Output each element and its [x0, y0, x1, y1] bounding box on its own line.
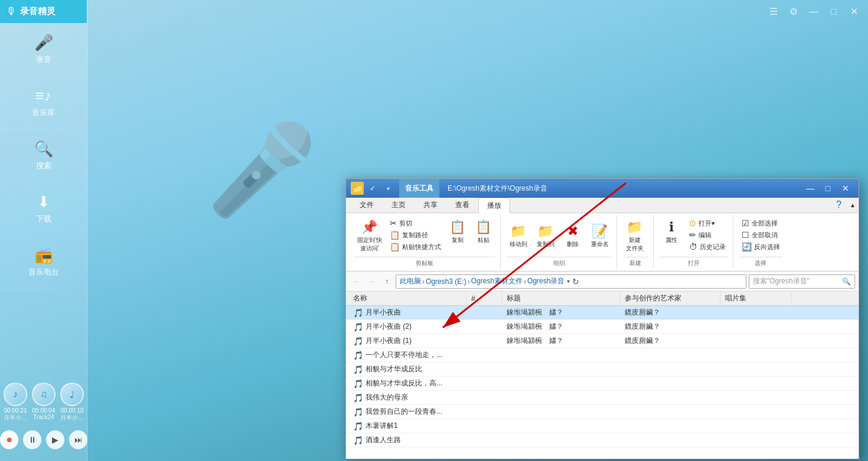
- paste-button[interactable]: 📋 粘贴: [472, 218, 495, 246]
- rename-button[interactable]: 📝 重命名: [588, 222, 612, 250]
- file-row-6[interactable]: 🎵 我伟大的母亲: [346, 391, 859, 405]
- forward-button[interactable]: →: [365, 275, 378, 288]
- ribbon-content: 📌 固定到'快速访问' ✂ 剪切 📋 复制路径 📋 粘贴快捷方式: [346, 213, 859, 272]
- explorer-close-button[interactable]: ✕: [837, 180, 854, 197]
- invert-select-button[interactable]: 🔄 反向选择: [739, 241, 782, 252]
- new-folder-button[interactable]: 📁 新建文件夹: [623, 218, 647, 254]
- explorer-minimize-button[interactable]: —: [802, 180, 818, 197]
- file-row-0[interactable]: 🎵 月半小夜曲 錸堩堨潁椀 嫿？ 鎞庋厠鑶？: [346, 306, 859, 320]
- file-icon-9: 🎵: [353, 436, 363, 445]
- ribbon-group-open: ℹ 属性 ⊙ 打开▾ ✏ 编辑 ⏱ 历史记录: [655, 215, 733, 269]
- player-card-2[interactable]: ♩ 00:00:10 月半小夜曲...: [60, 382, 84, 422]
- delete-button[interactable]: ✖ 删除: [561, 222, 585, 250]
- tab-play[interactable]: 播放: [478, 198, 510, 213]
- player-card-0[interactable]: ♪ 00:00:21 月半小夜曲...: [4, 382, 27, 422]
- file-row-7[interactable]: 🎵 我曾剪自己的一段青春...: [346, 405, 859, 419]
- sidebar-item-radio[interactable]: 📻 音乐电台: [0, 236, 87, 289]
- explorer-maximize-button[interactable]: □: [820, 180, 836, 197]
- col-header-album[interactable]: 唱片集: [720, 292, 791, 305]
- col-header-hash[interactable]: #: [466, 292, 502, 305]
- maximize-button[interactable]: □: [825, 4, 842, 20]
- sidebar-item-music-lib[interactable]: ≡♪ 音乐库: [0, 76, 87, 129]
- path-parts: 此电脑 › Ogresh3 (E:) › Ogresh素材文件 › Ogresh…: [400, 276, 564, 286]
- file-icon-6: 🎵: [353, 393, 363, 403]
- file-row-2[interactable]: 🎵 月半小夜曲 (1) 錸堩堨潁椀 嫿？ 鎞庋厠鑶？: [346, 334, 859, 348]
- record-button[interactable]: ⏺: [0, 430, 18, 449]
- cut-button[interactable]: ✂ 剪切: [387, 218, 415, 228]
- file-title-1: 錸堩堨潁椀 嫿？: [502, 322, 620, 332]
- select-none-button[interactable]: ☐ 全部取消: [739, 230, 782, 240]
- path-this-pc[interactable]: 此电脑: [400, 276, 421, 286]
- ribbon-help-button[interactable]: ?: [831, 197, 847, 212]
- card-icon-0: ♪: [4, 382, 27, 406]
- ribbon-group-new: 📁 新建文件夹 新建: [618, 215, 654, 269]
- address-bar[interactable]: 此电脑 › Ogresh3 (E:) › Ogresh素材文件 › Ogresh…: [396, 274, 746, 289]
- copy-to-button[interactable]: 📁 复制到: [534, 222, 557, 250]
- tab-home[interactable]: 主页: [383, 197, 415, 212]
- copy-button[interactable]: 📋 复制: [446, 218, 469, 246]
- move-to-button[interactable]: 📁 移动到: [507, 222, 530, 250]
- file-row-3[interactable]: 🎵 一个人只要不停地走，...: [346, 348, 859, 362]
- rename-icon: 📝: [592, 224, 608, 239]
- file-row-4[interactable]: 🎵 相貌与才华成反比: [346, 362, 859, 377]
- music-lib-icon: ≡♪: [35, 87, 51, 105]
- search-bar[interactable]: 搜索"Ogresh录音" 🔍: [749, 274, 855, 289]
- minimize-button[interactable]: —: [805, 4, 822, 20]
- file-name-5: 🎵 相貌与才华成反比，高...: [348, 378, 466, 388]
- sidebar-item-record[interactable]: 🎤 录音: [0, 23, 87, 76]
- file-row-8[interactable]: 🎵 木薯讲解1: [346, 419, 859, 433]
- settings-icon[interactable]: ⚙: [785, 4, 802, 20]
- player-card-1[interactable]: ♫ 00:00:04 Track24: [32, 382, 56, 422]
- address-refresh-icon[interactable]: ↻: [572, 277, 579, 286]
- history-icon: ⏱: [689, 242, 697, 251]
- card-time-2: 00:00:10: [61, 407, 84, 414]
- play-button[interactable]: ▶: [46, 430, 64, 449]
- col-header-artist[interactable]: 参与创作的艺术家: [620, 292, 720, 305]
- tab-file[interactable]: 文件: [351, 197, 383, 212]
- qat-dropdown-icon[interactable]: ▾: [381, 182, 394, 195]
- properties-button[interactable]: ℹ 属性: [660, 218, 683, 246]
- edit-button[interactable]: ✏ 编辑: [687, 230, 728, 240]
- tab-view[interactable]: 查看: [446, 197, 478, 212]
- sidebar-item-search[interactable]: 🔍 搜索: [0, 129, 87, 182]
- edit-icon: ✏: [689, 230, 696, 240]
- column-headers: 名称 # 标题 参与创作的艺术家 唱片集: [346, 292, 859, 306]
- history-button[interactable]: ⏱ 历史记录: [687, 241, 728, 252]
- col-header-title[interactable]: 标题: [502, 292, 620, 305]
- organize-group-content: 📁 移动到 📁 复制到 ✖ 删除 📝 重命名: [507, 215, 612, 257]
- select-all-button[interactable]: ☑ 全部选择: [739, 218, 782, 228]
- file-row-5[interactable]: 🎵 相貌与才华成反比，高...: [346, 377, 859, 391]
- file-row-9[interactable]: 🎵 酒逢人生路: [346, 433, 859, 447]
- pin-button[interactable]: 📌 固定到'快速访问': [354, 218, 385, 254]
- address-dropdown-icon[interactable]: ▾: [567, 278, 570, 285]
- check-qat-icon[interactable]: ✓: [366, 182, 379, 195]
- paste-icon: 📋: [475, 220, 491, 235]
- ribbon-collapse-button[interactable]: ▲: [847, 197, 859, 212]
- menu-icon[interactable]: ☰: [765, 4, 782, 20]
- path-folder2[interactable]: Ogresh录音: [527, 276, 564, 286]
- select-none-icon: ☐: [742, 230, 749, 240]
- card-icon-2: ♩: [60, 382, 84, 406]
- file-name-8: 🎵 木薯讲解1: [348, 421, 466, 431]
- sidebar-item-download[interactable]: ⬇ 下载: [0, 182, 87, 236]
- download-icon: ⬇: [37, 193, 50, 211]
- open-button[interactable]: ⊙ 打开▾: [687, 218, 728, 228]
- open-label: 打开: [660, 257, 728, 269]
- next-button[interactable]: ⏭: [69, 430, 87, 449]
- up-button[interactable]: ↑: [380, 275, 393, 288]
- copy-path-button[interactable]: 📋 复制路径: [387, 230, 430, 240]
- file-name-2: 🎵 月半小夜曲 (1): [348, 336, 466, 346]
- tab-share[interactable]: 共享: [415, 197, 446, 212]
- file-row-1[interactable]: 🎵 月半小夜曲 (2) 錸堩堨潁椀 嫿？ 鎞庋厠鑶？: [346, 320, 859, 334]
- back-button[interactable]: ←: [350, 275, 363, 288]
- path-folder1[interactable]: Ogresh素材文件: [471, 276, 523, 286]
- col-header-name[interactable]: 名称: [348, 292, 466, 305]
- path-drive[interactable]: Ogresh3 (E:): [426, 277, 466, 286]
- close-button[interactable]: ✕: [846, 4, 862, 20]
- new-folder-icon: 📁: [626, 220, 642, 235]
- pause-button[interactable]: ⏸: [23, 430, 41, 449]
- paste-shortcut-button[interactable]: 📋 粘贴快捷方式: [387, 241, 443, 252]
- file-icon-5: 🎵: [353, 379, 363, 388]
- file-name-0: 🎵 月半小夜曲: [348, 308, 466, 318]
- folder-qat-icon[interactable]: 📁: [351, 182, 364, 195]
